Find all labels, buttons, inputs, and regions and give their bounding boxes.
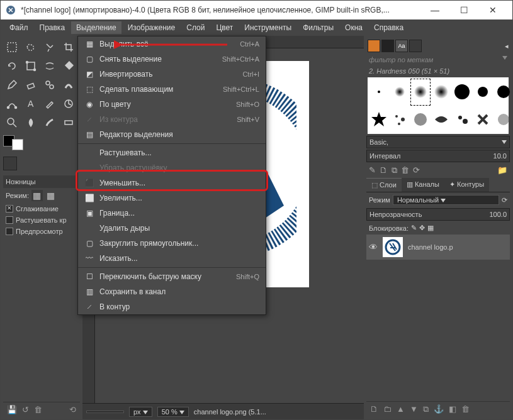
brush-folder-icon[interactable]: 📁 bbox=[497, 165, 507, 175]
tab-history2[interactable] bbox=[409, 40, 422, 52]
minimize-button[interactable]: — bbox=[420, 1, 449, 19]
reset-options-icon[interactable]: ↺ bbox=[22, 405, 29, 414]
preview-checkbox[interactable] bbox=[6, 228, 13, 235]
dup-brush-icon[interactable]: ⧉ bbox=[392, 165, 397, 175]
dd-border[interactable]: ▣Граница... bbox=[78, 206, 266, 221]
tool-transform[interactable] bbox=[22, 57, 40, 75]
dd-quickmask[interactable]: ☐Переключить быструю маскуShift+Q bbox=[78, 269, 266, 284]
swatch-bg[interactable] bbox=[12, 139, 23, 150]
tab-patterns[interactable] bbox=[381, 40, 394, 52]
tab-tool-options[interactable] bbox=[3, 157, 17, 170]
brush-interval[interactable]: Интервал10.0 bbox=[366, 150, 510, 162]
brush-item-selected[interactable] bbox=[410, 79, 431, 106]
brush-item[interactable] bbox=[493, 79, 512, 106]
dd-by-color[interactable]: ◉По цветуShift+O bbox=[78, 97, 266, 112]
layer-item[interactable]: 👁 channel logo.p bbox=[366, 235, 510, 260]
tab-layers[interactable]: ⬚ Слои bbox=[366, 178, 402, 192]
tool-brush[interactable] bbox=[41, 114, 59, 131]
tool-warp[interactable] bbox=[41, 57, 59, 75]
brush-item[interactable] bbox=[452, 79, 472, 106]
dd-invert[interactable]: ◩ИнвертироватьCtrl+I bbox=[78, 67, 266, 82]
brush-item[interactable] bbox=[473, 79, 493, 106]
lock-pixels-icon[interactable]: ✎ bbox=[411, 224, 417, 232]
brush-item[interactable] bbox=[431, 79, 451, 106]
lower-layer-icon[interactable]: ▼ bbox=[410, 404, 418, 414]
brush-preset-select[interactable]: Basic, bbox=[366, 136, 510, 148]
save-options-icon[interactable]: 💾 bbox=[7, 405, 17, 414]
tool-smudge[interactable] bbox=[60, 76, 77, 94]
maximize-button[interactable]: ☐ bbox=[449, 1, 478, 19]
layer-switch-icon[interactable]: ⟳ bbox=[502, 196, 507, 204]
status-zoom[interactable]: 50 % bbox=[157, 407, 189, 417]
tab-images[interactable] bbox=[48, 157, 62, 170]
dd-feather[interactable]: Растушевать... bbox=[78, 145, 266, 160]
tool-color-picker[interactable] bbox=[41, 95, 59, 113]
del-brush-icon[interactable]: 🗑 bbox=[401, 165, 409, 175]
dd-from-path[interactable]: ⟋Из контураShift+V bbox=[78, 112, 266, 127]
dd-float[interactable]: ⬚Сделать плавающимShift+Ctrl+L bbox=[78, 82, 266, 97]
tab-device[interactable] bbox=[18, 157, 32, 170]
mode-replace-icon[interactable]: ▦ bbox=[31, 190, 43, 201]
menu-edit[interactable]: Правка bbox=[35, 21, 70, 34]
brush-item[interactable] bbox=[369, 79, 389, 106]
status-unit[interactable]: px bbox=[129, 407, 152, 417]
antialias-checkbox[interactable] bbox=[6, 205, 13, 213]
brush-filter[interactable]: фильтр по меткам bbox=[366, 53, 510, 66]
new-group-icon[interactable]: 🗀 bbox=[383, 404, 392, 414]
tab-history[interactable] bbox=[33, 157, 47, 170]
close-button[interactable]: ✕ bbox=[478, 1, 507, 19]
tab-brushes[interactable] bbox=[368, 40, 380, 52]
edit-brush-icon[interactable]: ✎ bbox=[369, 165, 376, 175]
brush-item[interactable] bbox=[431, 106, 451, 133]
tool-ink[interactable] bbox=[22, 114, 40, 131]
dd-remove-feather[interactable]: Убрать растушёвку bbox=[78, 160, 266, 175]
delete-layer-icon[interactable]: 🗑 bbox=[461, 404, 470, 414]
delete-options-icon[interactable]: 🗑 bbox=[34, 405, 42, 414]
panel-menu-icon[interactable]: ◂ bbox=[505, 42, 509, 50]
tool-freeselect[interactable] bbox=[22, 38, 40, 56]
tool-pencil[interactable] bbox=[3, 76, 21, 94]
tool-rect-select[interactable] bbox=[3, 38, 21, 56]
tool-clone[interactable] bbox=[41, 76, 59, 94]
mask-layer-icon[interactable]: ◧ bbox=[449, 404, 456, 414]
brush-item[interactable] bbox=[473, 106, 493, 133]
new-layer-icon[interactable]: 🗋 bbox=[370, 404, 378, 414]
tab-channels[interactable]: ▥ Каналы bbox=[402, 178, 444, 192]
menu-select[interactable]: Выделение bbox=[71, 21, 121, 34]
merge-layer-icon[interactable]: ⚓ bbox=[434, 404, 444, 414]
brush-item[interactable] bbox=[390, 79, 410, 106]
new-brush-icon[interactable]: 🗋 bbox=[380, 165, 388, 175]
tab-fonts[interactable]: Aa bbox=[395, 40, 408, 52]
dd-round-rect[interactable]: ▢Закруглить прямоугольник... bbox=[78, 236, 266, 251]
feather-checkbox[interactable] bbox=[6, 216, 13, 224]
tool-rotate[interactable] bbox=[3, 57, 21, 75]
brush-item[interactable] bbox=[410, 106, 431, 133]
menu-tools[interactable]: Инструменты bbox=[239, 21, 296, 34]
tool-path[interactable] bbox=[3, 95, 21, 113]
brush-item[interactable] bbox=[493, 106, 512, 133]
layer-mode-select[interactable]: Нормальный bbox=[393, 195, 499, 205]
menu-file[interactable]: Файл bbox=[4, 21, 33, 34]
menu-color[interactable]: Цвет bbox=[211, 21, 238, 34]
tool-crop[interactable] bbox=[60, 38, 77, 56]
dup-layer-icon[interactable]: ⧉ bbox=[423, 404, 429, 414]
tool-eraser[interactable] bbox=[22, 76, 40, 94]
tool-bucket[interactable] bbox=[60, 57, 77, 75]
dd-holes[interactable]: Удалить дыры bbox=[78, 221, 266, 236]
tool-zoom[interactable] bbox=[3, 114, 21, 131]
dd-grow[interactable]: ⬜Увеличить... bbox=[78, 191, 266, 206]
menu-image[interactable]: Изображение bbox=[123, 21, 181, 34]
reset-icon[interactable]: ⟲ bbox=[69, 405, 76, 414]
dd-save-channel[interactable]: ▥Сохранить в канал bbox=[78, 284, 266, 299]
tab-paths[interactable]: ✦ Контуры bbox=[444, 178, 489, 192]
tool-gradient[interactable] bbox=[60, 114, 77, 131]
raise-layer-icon[interactable]: ▲ bbox=[397, 404, 405, 414]
tool-fuzzy-select[interactable] bbox=[41, 38, 59, 56]
menu-help[interactable]: Справка bbox=[369, 21, 409, 34]
brush-item[interactable] bbox=[452, 106, 472, 133]
visibility-icon[interactable]: 👁 bbox=[369, 242, 378, 252]
menu-layer[interactable]: Слой bbox=[181, 21, 210, 34]
dd-shrink[interactable]: ⬛Уменьшить... bbox=[78, 175, 266, 191]
lock-position-icon[interactable]: ✥ bbox=[419, 224, 425, 232]
dd-editor[interactable]: ▤Редактор выделения bbox=[78, 127, 266, 142]
